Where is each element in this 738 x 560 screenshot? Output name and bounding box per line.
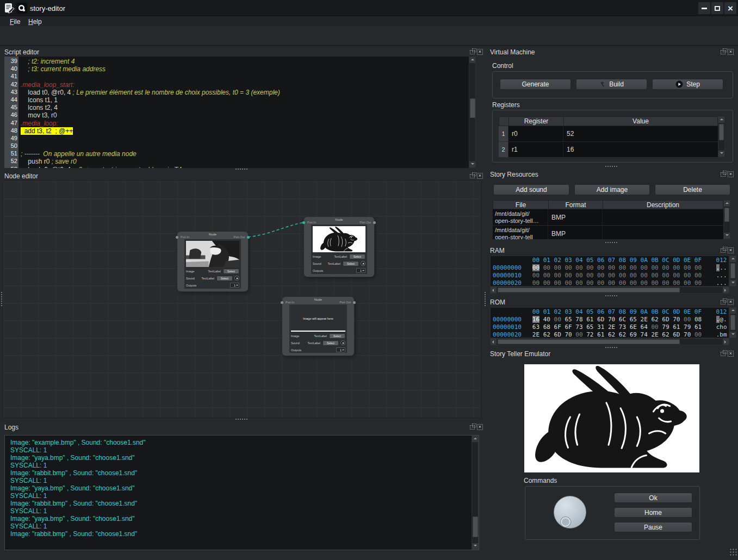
float-icon[interactable] — [721, 352, 725, 356]
float-icon[interactable] — [721, 248, 725, 253]
rom-hex-view[interactable]: 00 01 02 03 04 05 06 07 08 09 0A 0B 0C 0… — [490, 307, 729, 338]
rom-vscrollbar[interactable] — [729, 307, 736, 338]
float-icon[interactable] — [721, 172, 725, 177]
panel-title-logs: Logs — [4, 424, 18, 431]
resource-row[interactable]: /mnt/data/git/ open-story-tell…BMP — [493, 209, 723, 226]
ram-vscrollbar[interactable] — [729, 256, 736, 287]
line-number: 52 — [4, 158, 17, 164]
image-label: Image — [313, 255, 327, 258]
minimize-button[interactable] — [698, 2, 710, 14]
line-number: 48 — [4, 127, 17, 134]
rotary-knob[interactable] — [554, 496, 586, 528]
registers-table-header[interactable]: Register Value — [499, 116, 718, 126]
outputs-spinbox[interactable]: 1 — [336, 347, 345, 352]
script-editor-code[interactable]: 39 ; t2: increment 440 ; t3: current med… — [4, 57, 476, 168]
close-icon[interactable]: × — [728, 299, 734, 305]
build-hammer-icon — [599, 81, 606, 88]
close-icon[interactable]: × — [728, 247, 734, 253]
float-icon[interactable] — [721, 300, 725, 304]
splitter-handle[interactable] — [605, 165, 618, 167]
outputs-spinbox[interactable]: 1 — [230, 283, 239, 288]
media-node[interactable]: NodePort InPort OutImage will appear her… — [282, 297, 354, 356]
outputs-spinbox[interactable]: 1 — [356, 268, 365, 273]
step-button[interactable]: Step — [652, 79, 723, 90]
sound-select-button[interactable]: Select — [216, 276, 233, 281]
media-node[interactable]: NodePort InPort OutImageTextLabelSelectS… — [304, 217, 374, 277]
home-button[interactable]: Home — [614, 507, 692, 518]
close-icon[interactable]: × — [477, 49, 483, 55]
close-icon[interactable]: × — [477, 424, 483, 430]
image-placeholder-text: Image will appear here — [291, 317, 345, 320]
sound-select-button[interactable]: Select — [323, 340, 339, 346]
port-out-dot[interactable] — [373, 221, 376, 224]
splitter-handle[interactable] — [235, 168, 248, 170]
resize-grip[interactable] — [729, 548, 737, 556]
port-in-dot[interactable] — [281, 301, 283, 304]
port-out-dot[interactable] — [353, 301, 356, 304]
build-button[interactable]: Build — [576, 79, 647, 90]
splitter-handle[interactable] — [235, 418, 248, 420]
image-select-button[interactable]: Select — [349, 254, 365, 259]
vertical-splitter-handle[interactable] — [1, 291, 3, 307]
register-row[interactable]: 1r052 — [499, 126, 718, 142]
ram-dock-header: RAM × — [490, 247, 736, 256]
float-icon[interactable] — [470, 174, 475, 178]
script-editor-vscrollbar[interactable] — [469, 57, 476, 168]
sound-text-label: TextLabel — [308, 341, 321, 345]
close-icon[interactable]: × — [728, 49, 734, 55]
image-select-button[interactable]: Select — [223, 269, 239, 274]
close-button[interactable]: × — [724, 2, 736, 14]
media-node[interactable]: NodePort InPort OutImageTextLabelSelectS… — [177, 232, 248, 291]
code-line: 49 — [4, 135, 468, 142]
ram-hscrollbar[interactable] — [490, 287, 729, 294]
image-select-button[interactable]: Select — [329, 333, 345, 339]
close-icon[interactable]: × — [477, 173, 483, 179]
sound-play-icon[interactable] — [234, 276, 239, 281]
delete-button[interactable]: Delete — [655, 184, 730, 195]
menu-item-help[interactable]: Help — [26, 17, 44, 26]
registers-vscrollbar[interactable] — [718, 116, 725, 157]
generate-button[interactable]: Generate — [500, 79, 571, 90]
splitter-handle[interactable] — [605, 295, 618, 297]
port-in-dot[interactable] — [176, 236, 178, 239]
ok-button[interactable]: Ok — [614, 493, 692, 503]
panel-title-resources: Story Resources — [490, 171, 538, 178]
float-icon[interactable] — [721, 50, 725, 54]
resource-row[interactable]: /mnt/data/git/ open-story-tellBMP — [493, 226, 723, 239]
close-icon[interactable]: × — [728, 351, 734, 357]
port-in-dot[interactable] — [302, 221, 305, 224]
vertical-splitter-handle[interactable] — [484, 291, 486, 307]
commands-section-label: Commands — [524, 477, 557, 484]
sound-select-button[interactable]: Select — [343, 261, 359, 266]
menu-item-file[interactable]: File — [8, 17, 22, 26]
resources-table-body[interactable]: /mnt/data/git/ open-story-tell…BMP/mnt/d… — [493, 209, 723, 239]
resources-table-header[interactable]: File Format Description — [493, 200, 723, 209]
splitter-handle[interactable] — [605, 241, 618, 244]
close-icon[interactable]: × — [728, 171, 734, 177]
titlebar[interactable]: story-editor × — [0, 0, 738, 16]
knob-indicator — [561, 517, 570, 527]
maximize-button[interactable] — [711, 2, 723, 14]
log-line: Image: "rabbit.bmp" , Sound: "choose1.sn… — [5, 530, 470, 538]
sound-play-icon[interactable] — [361, 261, 365, 266]
logs-vscrollbar[interactable] — [472, 435, 479, 550]
float-icon[interactable] — [470, 425, 475, 430]
logs-output[interactable]: Image: "example.bmp" , Sound: "choose1.s… — [4, 435, 479, 550]
rom-hscrollbar[interactable] — [490, 338, 729, 345]
add-image-button[interactable]: Add image — [574, 184, 650, 195]
float-icon[interactable] — [470, 50, 475, 54]
register-row[interactable]: 2r116 — [499, 142, 718, 158]
port-in-label: Port In — [286, 301, 294, 304]
pause-button[interactable]: Pause — [614, 522, 692, 532]
code-line: 47.media_loop: — [4, 120, 468, 127]
resources-vscrollbar[interactable] — [723, 200, 730, 239]
sound-play-icon[interactable] — [340, 340, 345, 345]
log-line: Image: "yaya.bmp" , Sound: "choose1.snd" — [5, 515, 470, 522]
add-sound-button[interactable]: Add sound — [493, 184, 569, 195]
code-line: 41 — [4, 73, 468, 80]
node-editor-canvas[interactable]: NodePort InPort OutImageTextLabelSelectS… — [3, 181, 481, 418]
splitter-handle[interactable] — [605, 346, 618, 349]
port-out-dot[interactable] — [247, 236, 250, 239]
ram-hex-view[interactable]: 00 01 02 03 04 05 06 07 08 09 0A 0B 0C 0… — [490, 256, 729, 287]
registers-section-label: Registers — [492, 101, 520, 109]
